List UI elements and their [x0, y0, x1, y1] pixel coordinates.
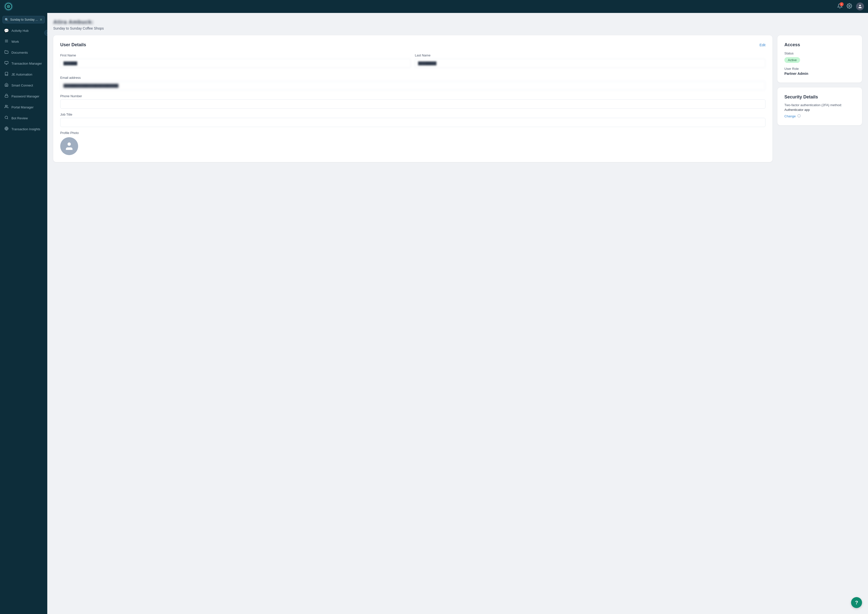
sidebar-item-label: Documents: [11, 51, 28, 54]
sidebar-item-label: Transaction Insights: [11, 127, 40, 131]
page-title-blurred: Atira Ambuck:: [53, 19, 862, 25]
search-box: 🔍 ✕: [3, 16, 45, 23]
first-name-label: First Name: [60, 53, 411, 57]
sidebar-item-activity-hub[interactable]: 💬 Activity Hub: [0, 25, 47, 36]
email-group: Email address ████████████████████████: [60, 76, 765, 90]
sidebar-item-portal-manager[interactable]: Portal Manager: [0, 102, 47, 113]
profile-photo-label: Profile Photo: [60, 131, 765, 135]
status-label: Status: [784, 51, 855, 55]
job-title-input[interactable]: [60, 118, 765, 127]
sidebar: ‹ 🔍 ✕ 💬 Activity Hub Work Documents: [0, 0, 47, 614]
work-icon: [4, 39, 9, 44]
sidebar-item-bot-review[interactable]: Bot Review: [0, 113, 47, 124]
portal-manager-icon: [4, 105, 9, 110]
sidebar-search: 🔍 ✕: [0, 13, 47, 25]
svg-point-11: [5, 105, 6, 106]
je-automation-icon: [4, 72, 9, 77]
user-details-title: User Details: [60, 42, 86, 48]
svg-line-13: [7, 118, 8, 119]
card-header: User Details Edit: [60, 42, 765, 48]
user-avatar[interactable]: [856, 3, 864, 11]
svg-rect-10: [5, 95, 8, 97]
notifications-icon[interactable]: 1: [837, 3, 843, 10]
svg-point-12: [5, 116, 8, 119]
top-header: 1: [0, 0, 868, 13]
sidebar-item-label: Portal Manager: [11, 105, 34, 109]
svg-point-1: [8, 6, 9, 7]
security-details-card: Security Details Two-factor authenticati…: [778, 87, 862, 125]
sidebar-item-label: Work: [11, 40, 19, 43]
access-title: Access: [784, 42, 855, 48]
sidebar-item-smart-connect[interactable]: Smart Connect: [0, 80, 47, 91]
sidebar-item-work[interactable]: Work: [0, 36, 47, 47]
access-card: Access Status Active User Role Partner A…: [778, 35, 862, 82]
info-icon: [797, 114, 801, 118]
logo-circle: [4, 2, 13, 11]
header-icons: 1: [837, 3, 864, 11]
name-row: First Name ██████ Last Name ████████: [60, 53, 765, 72]
last-name-label: Last Name: [415, 53, 765, 57]
svg-rect-7: [5, 61, 8, 64]
right-column: Access Status Active User Role Partner A…: [778, 35, 862, 162]
transaction-insights-icon: [4, 127, 9, 132]
main-content: Atira Ambuck: Sunday to Sunday Coffee Sh…: [47, 13, 868, 614]
transaction-manager-icon: [4, 61, 9, 66]
sidebar-item-documents[interactable]: Documents: [0, 47, 47, 58]
sidebar-item-je-automation[interactable]: JE Automation: [0, 69, 47, 80]
search-clear-icon[interactable]: ✕: [40, 18, 42, 22]
sidebar-item-password-manager[interactable]: Password Manager: [0, 91, 47, 102]
phone-group: Phone Number: [60, 94, 765, 109]
sidebar-item-label: Transaction Manager: [11, 62, 42, 65]
phone-input[interactable]: [60, 99, 765, 109]
job-title-group: Job Title: [60, 113, 765, 127]
notification-badge: 1: [840, 2, 844, 6]
phone-label: Phone Number: [60, 94, 765, 98]
security-2fa-text: Two-factor authentication (2FA) method:: [784, 103, 855, 107]
activity-hub-icon: 💬: [4, 28, 9, 33]
profile-photo-section: Profile Photo: [60, 131, 765, 155]
svg-point-16: [67, 143, 71, 146]
content-grid: User Details Edit First Name ██████ Last…: [53, 35, 862, 162]
last-name-input-blurred: ████████: [415, 59, 765, 68]
page-subtitle: Sunday to Sunday Coffee Shops: [53, 26, 862, 30]
job-title-label: Job Title: [60, 113, 765, 116]
app-logo[interactable]: [4, 2, 13, 11]
search-input[interactable]: [10, 18, 38, 22]
sidebar-item-label: Activity Hub: [11, 29, 29, 33]
user-details-card: User Details Edit First Name ██████ Last…: [53, 35, 772, 162]
sidebar-item-transaction-manager[interactable]: Transaction Manager: [0, 58, 47, 69]
change-2fa-link[interactable]: Change: [784, 114, 796, 118]
password-manager-icon: [4, 94, 9, 99]
email-label: Email address: [60, 76, 765, 79]
status-badge: Active: [784, 57, 800, 63]
svg-point-2: [849, 5, 850, 7]
bot-review-icon: [4, 116, 9, 121]
page-title-area: Atira Ambuck: Sunday to Sunday Coffee Sh…: [53, 19, 862, 30]
sidebar-item-label: Smart Connect: [11, 84, 33, 87]
documents-icon: [4, 50, 9, 55]
svg-point-3: [859, 5, 861, 6]
profile-photo-avatar[interactable]: [60, 137, 78, 155]
email-input-blurred: ████████████████████████: [60, 81, 765, 90]
first-name-group: First Name ██████: [60, 53, 411, 68]
first-name-input-blurred: ██████: [60, 59, 411, 68]
logo-inner: [5, 3, 12, 10]
edit-button[interactable]: Edit: [759, 43, 765, 47]
security-title: Security Details: [784, 95, 855, 100]
help-button[interactable]: ?: [851, 597, 862, 608]
user-role-value: Partner Admin: [784, 71, 855, 76]
sidebar-item-label: JE Automation: [11, 73, 32, 76]
sidebar-item-label: Bot Review: [11, 116, 28, 120]
last-name-group: Last Name ████████: [415, 53, 765, 68]
settings-icon[interactable]: [846, 3, 852, 10]
search-icon: 🔍: [5, 18, 9, 22]
user-role-label: User Role: [784, 67, 855, 71]
sidebar-item-transaction-insights[interactable]: Transaction Insights: [0, 124, 47, 135]
smart-connect-icon: [4, 83, 9, 88]
security-2fa-method: Authenticator app: [784, 108, 855, 112]
sidebar-item-label: Password Manager: [11, 95, 39, 98]
